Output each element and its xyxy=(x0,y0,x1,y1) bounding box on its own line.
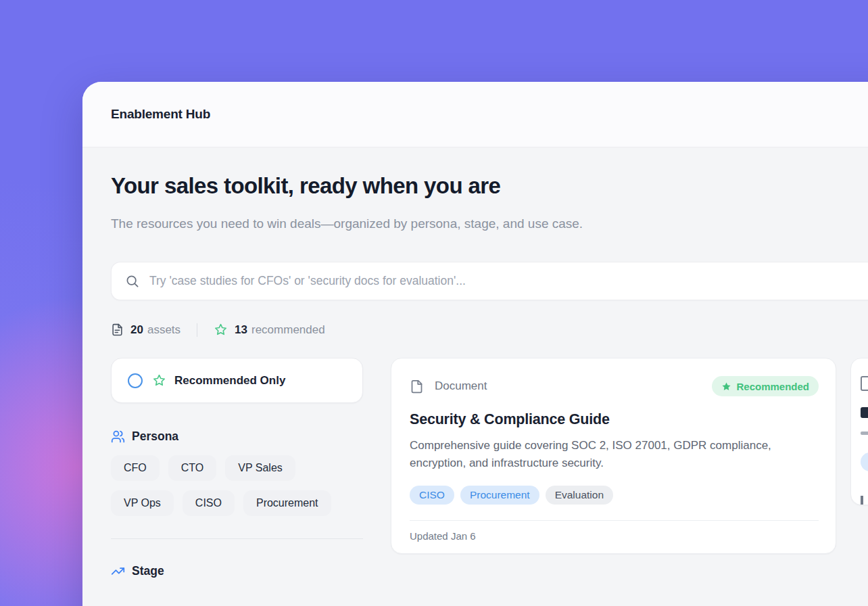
persona-heading: Persona xyxy=(111,429,363,444)
tag-evaluation: Evaluation xyxy=(546,486,613,505)
page-subtitle: The resources you need to win deals—orga… xyxy=(111,211,665,236)
asset-updated-date: Updated Jan 6 xyxy=(410,521,819,553)
stage-label: Stage xyxy=(132,564,164,578)
tag-procurement: Procurement xyxy=(460,486,539,505)
star-icon xyxy=(152,373,166,388)
stats-divider xyxy=(197,323,197,337)
recommended-label: recommended xyxy=(251,323,325,337)
asset-title-fragment xyxy=(861,407,868,418)
persona-chip-vp-sales[interactable]: VP Sales xyxy=(225,455,295,481)
trending-up-icon xyxy=(111,564,125,578)
page-title: Your sales toolkit, ready when you are xyxy=(111,173,868,199)
persona-chip-cfo[interactable]: CFO xyxy=(111,455,160,481)
star-filled-icon xyxy=(721,381,731,392)
users-icon xyxy=(111,429,125,444)
asset-description: Comprehensive guide covering SOC 2, ISO … xyxy=(410,437,815,472)
persona-chips: CFO CTO VP Sales VP Ops CISO Procurement xyxy=(111,455,363,516)
asset-type-label: Document xyxy=(435,379,487,393)
radio-circle-icon[interactable] xyxy=(128,373,143,388)
recommended-only-label: Recommended Only xyxy=(174,374,285,388)
content-columns: Recommended Only Persona CFO CTO VP Sale… xyxy=(111,358,868,578)
recommended-badge-label: Recommended xyxy=(736,381,809,392)
asset-card-security-compliance-guide[interactable]: Document Recommended Security & Complian… xyxy=(391,358,836,554)
search-bar[interactable] xyxy=(111,262,868,300)
asset-updated-fragment xyxy=(861,496,863,505)
tag-ciso: CISO xyxy=(410,486,454,505)
asset-description-fragment xyxy=(861,432,868,435)
persona-chip-vp-ops[interactable]: VP Ops xyxy=(111,490,174,516)
persona-chip-ciso[interactable]: CISO xyxy=(183,490,235,516)
stage-heading: Stage xyxy=(111,564,363,578)
persona-label: Persona xyxy=(132,429,178,444)
filters-sidebar: Recommended Only Persona CFO CTO VP Sale… xyxy=(111,358,363,578)
asset-card-partial[interactable] xyxy=(850,358,868,505)
sidebar-divider xyxy=(111,538,363,539)
recommended-badge: Recommended xyxy=(712,376,819,396)
star-icon xyxy=(214,323,228,337)
asset-tags: CISO Procurement Evaluation xyxy=(410,486,819,505)
panel-header: Enablement Hub xyxy=(82,82,868,147)
file-icon xyxy=(861,376,868,391)
panel-content: Your sales toolkit, ready when you are T… xyxy=(82,147,868,578)
tag-fragment xyxy=(861,452,868,471)
asset-title: Security & Compliance Guide xyxy=(410,411,819,428)
persona-chip-procurement[interactable]: Procurement xyxy=(243,490,331,516)
card-header: Document Recommended xyxy=(410,376,819,396)
recommended-count: 13 xyxy=(235,323,247,337)
stats-row: 20 assets 13 recommended xyxy=(111,323,868,337)
recommended-only-toggle[interactable]: Recommended Only xyxy=(111,358,363,403)
assets-count: 20 xyxy=(130,323,143,337)
app-title: Enablement Hub xyxy=(111,107,210,122)
main-panel: Enablement Hub Your sales toolkit, ready… xyxy=(82,82,868,606)
persona-chip-cto[interactable]: CTO xyxy=(168,455,216,481)
search-icon xyxy=(125,274,140,289)
file-text-icon xyxy=(111,323,124,337)
file-icon xyxy=(410,378,424,395)
assets-label: assets xyxy=(147,323,180,337)
search-input[interactable] xyxy=(149,274,868,288)
